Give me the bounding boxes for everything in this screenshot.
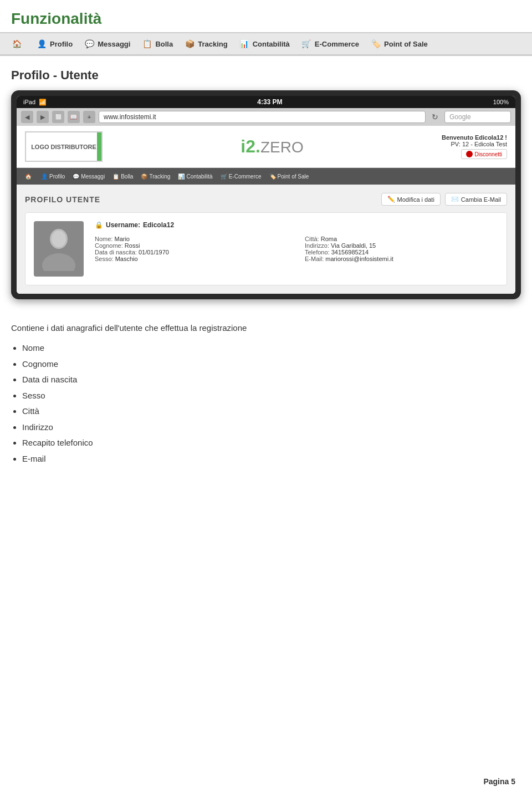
- app-header: LOGO DISTRIBUTORE i2.ZERO Benvenuto Edic…: [17, 126, 515, 168]
- messaggi-icon: 💬: [84, 38, 95, 49]
- home-icon: 🏠: [11, 38, 22, 49]
- app-brand-name: i2.ZERO: [241, 136, 303, 157]
- svg-point-2: [52, 231, 66, 247]
- app-inner-nav: 🏠 👤 Profilo 💬 Messaggi 📋 Bolla 📦 Trackin…: [17, 168, 515, 185]
- profilo-icon: 👤: [36, 38, 47, 49]
- field-row-cognome: Cognome: Rossi: [95, 242, 288, 249]
- browser-refresh-button[interactable]: ↻: [429, 111, 441, 123]
- app-logo: LOGO DISTRIBUTORE: [25, 131, 103, 162]
- nav-ecommerce[interactable]: 🛒 E-Commerce: [295, 33, 365, 54]
- nav-profilo[interactable]: 👤 Profilo: [30, 33, 78, 54]
- top-nav: 🏠 👤 Profilo 💬 Messaggi 📋 Bolla 📦 Trackin…: [0, 32, 532, 55]
- browser-search-bar[interactable]: Google: [444, 111, 511, 123]
- field-nome: Nome: Mario Cognome: Rossi Data di nasci…: [95, 236, 288, 262]
- app-nav-tracking-icon: 📦: [141, 173, 147, 180]
- section-title: Profilo - Utente: [0, 56, 532, 90]
- app-nav-home-icon: 🏠: [25, 173, 32, 180]
- change-email-button[interactable]: ✉️ Cambia E-Mail: [445, 193, 507, 206]
- ipad-frame: iPad 📶 4:33 PM 100% ◀ ▶ ⬜ 📖 + www.infosi…: [11, 90, 521, 299]
- list-item-sesso: Sesso: [22, 388, 521, 404]
- browser-bookmark-button[interactable]: 📖: [68, 111, 80, 123]
- ipad-label: iPad: [23, 99, 35, 105]
- browser-url-bar[interactable]: www.infosistemi.it: [99, 111, 426, 123]
- app-nav-contabilita[interactable]: 📊 Contabilità: [174, 168, 216, 185]
- nav-pointofsale[interactable]: 🏷️ Point of Sale: [365, 33, 433, 54]
- profile-header: Profilo Utente ✏️ Modifica i dati ✉️ Cam…: [25, 193, 507, 206]
- ipad-battery: 100%: [493, 99, 509, 105]
- profile-section: Profilo Utente ✏️ Modifica i dati ✉️ Cam…: [17, 185, 515, 294]
- contabilita-icon: 📊: [239, 38, 250, 49]
- bolla-icon: 📋: [141, 38, 152, 49]
- profile-fields-grid: Nome: Mario Cognome: Rossi Data di nasci…: [95, 236, 498, 262]
- pv-text: PV: 12 - Edicola Test: [442, 141, 507, 147]
- profile-fields: 🔒 Username: Edicola12 Nome: Mario: [95, 221, 498, 262]
- list-item-email: E-mail: [22, 451, 521, 467]
- profile-data-box: 🔒 Username: Edicola12 Nome: Mario: [25, 212, 507, 285]
- field-row-nascita: Data di nascita: 01/01/1970: [95, 249, 288, 256]
- username-value: Edicola12: [143, 221, 174, 229]
- disconnect-icon: [466, 151, 473, 157]
- lock-icon: 🔒: [95, 221, 103, 229]
- username-label: Username:: [106, 221, 140, 229]
- edit-icon: ✏️: [387, 196, 395, 203]
- list-item-nascita: Data di nascita: [22, 372, 521, 388]
- app-user-info: Benvenuto Edicola12 ! PV: 12 - Edicola T…: [442, 134, 507, 159]
- bullet-list: Nome Cognome Data di nascita Sesso Città…: [0, 335, 532, 478]
- app-nav-home[interactable]: 🏠: [21, 168, 37, 185]
- field-row-email: E-Mail: mariorossi@infosistemi.it: [305, 256, 498, 262]
- profile-section-title: Profilo Utente: [25, 195, 100, 204]
- tracking-icon: 📦: [184, 38, 195, 49]
- app-nav-contabilita-icon: 📊: [178, 173, 185, 180]
- browser-bar: ◀ ▶ ⬜ 📖 + www.infosistemi.it ↻ Google: [17, 108, 515, 126]
- field-right-col: Città: Roma Indirizzo: Via Garibaldi, 15…: [305, 236, 498, 262]
- nav-contabilita[interactable]: 📊 Contabilità: [233, 33, 295, 54]
- app-nav-tracking[interactable]: 📦 Tracking: [137, 168, 174, 185]
- edit-data-button[interactable]: ✏️ Modifica i dati: [381, 193, 441, 206]
- avatar: [34, 221, 84, 277]
- brand-zero: ZERO: [260, 139, 304, 156]
- app-nav-ecommerce[interactable]: 🛒 E-Commerce: [217, 168, 265, 185]
- list-item-nome: Nome: [22, 340, 521, 356]
- page-title: Funzionalità: [0, 0, 532, 32]
- logo-green-stripe: [97, 132, 101, 161]
- browser-tab-button[interactable]: ⬜: [52, 111, 64, 123]
- ipad-time: 4:33 PM: [257, 98, 282, 106]
- field-row-sesso: Sesso: Maschio: [95, 256, 288, 262]
- wifi-icon: 📶: [39, 99, 47, 106]
- app-nav-messaggi-icon: 💬: [73, 173, 79, 180]
- svg-point-1: [42, 253, 75, 271]
- app-nav-ecommerce-icon: 🛒: [221, 173, 227, 180]
- list-item-cognome: Cognome: [22, 356, 521, 372]
- nav-bolla[interactable]: 📋 Bolla: [136, 33, 178, 54]
- nav-messaggi[interactable]: 💬 Messaggi: [78, 33, 136, 54]
- app-nav-pos-icon: 🏷️: [269, 173, 276, 180]
- app-nav-bolla-icon: 📋: [112, 173, 119, 180]
- browser-add-button[interactable]: +: [83, 111, 95, 123]
- nav-tracking[interactable]: 📦 Tracking: [178, 33, 233, 54]
- pointofsale-icon: 🏷️: [370, 38, 381, 49]
- email-icon: ✉️: [451, 196, 459, 203]
- app-brand: i2.ZERO: [241, 136, 303, 157]
- field-row-citta: Città: Roma: [305, 236, 498, 242]
- ipad-status-bar: iPad 📶 4:33 PM 100%: [17, 96, 515, 108]
- list-item-indirizzo: Indirizzo: [22, 420, 521, 436]
- list-item-citta: Città: [22, 403, 521, 420]
- app-nav-pointofsale[interactable]: 🏷️ Point of Sale: [265, 168, 313, 185]
- ecommerce-icon: 🛒: [301, 38, 312, 49]
- field-row-nome: Nome: Mario: [95, 236, 288, 242]
- ipad-status-left: iPad 📶: [23, 99, 47, 106]
- app-content: LOGO DISTRIBUTORE i2.ZERO Benvenuto Edic…: [17, 126, 515, 294]
- description-text: Contiene i dati anagrafici dell'utente c…: [0, 310, 532, 335]
- app-nav-messaggi[interactable]: 💬 Messaggi: [69, 168, 109, 185]
- username-row: 🔒 Username: Edicola12: [95, 221, 498, 229]
- app-nav-bolla[interactable]: 📋 Bolla: [109, 168, 137, 185]
- disconnect-button[interactable]: Disconnetti: [461, 149, 507, 159]
- nav-home[interactable]: 🏠: [6, 33, 30, 54]
- browser-forward-button[interactable]: ▶: [37, 111, 49, 123]
- field-row-indirizzo: Indirizzo: Via Garibaldi, 15: [305, 242, 498, 249]
- app-nav-profilo[interactable]: 👤 Profilo: [37, 168, 69, 185]
- browser-back-button[interactable]: ◀: [21, 111, 33, 123]
- field-row-telefono: Telefono: 34156985214: [305, 249, 498, 256]
- page-number: Pagina 5: [483, 777, 515, 786]
- list-item-telefono: Recapito telefonico: [22, 435, 521, 451]
